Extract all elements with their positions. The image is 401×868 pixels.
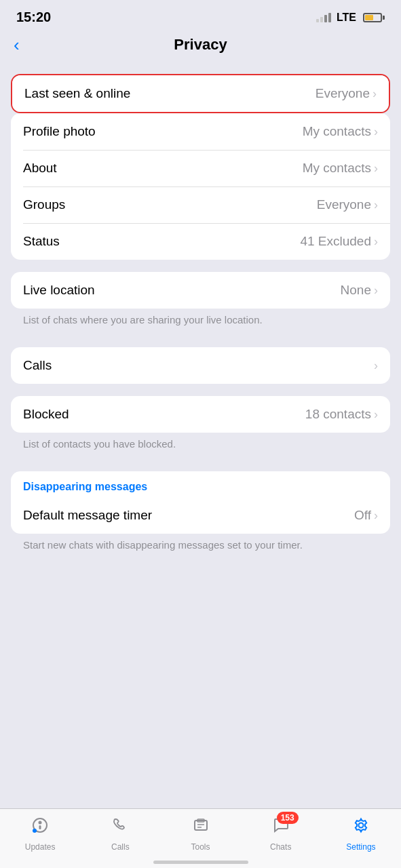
- profile-photo-row[interactable]: Profile photo My contacts ›: [11, 113, 390, 150]
- about-row[interactable]: About My contacts ›: [11, 150, 390, 186]
- tab-settings[interactable]: Settings: [321, 816, 401, 852]
- groups-value-text: Everyone: [317, 197, 371, 212]
- tab-calls-label: Calls: [111, 842, 130, 852]
- header: ‹ Privacy: [0, 31, 401, 64]
- blocked-row[interactable]: Blocked 18 contacts ›: [11, 396, 390, 433]
- blocked-value-text: 18 contacts: [305, 407, 371, 422]
- last-seen-row-inner[interactable]: Last seen & online Everyone ›: [12, 75, 389, 112]
- groups-value: Everyone ›: [317, 197, 378, 212]
- profile-photo-value-text: My contacts: [303, 124, 371, 139]
- about-value-text: My contacts: [303, 161, 371, 176]
- tab-chats[interactable]: 153 Chats: [241, 816, 321, 852]
- tab-bar: Updates Calls Tools 153 Ch: [0, 808, 401, 868]
- groups-label: Groups: [23, 197, 65, 212]
- settings-icon: [351, 816, 370, 840]
- tab-tools[interactable]: Tools: [160, 816, 240, 852]
- tab-settings-label: Settings: [346, 842, 375, 852]
- chevron-icon-2: ›: [374, 125, 378, 139]
- disappearing-description: Start new chats with disappearing messag…: [11, 534, 390, 560]
- default-timer-label: Default message timer: [23, 508, 152, 523]
- disappearing-header: Disappearing messages: [11, 471, 390, 497]
- blocked-description: List of contacts you have blocked.: [11, 433, 390, 459]
- chevron-icon: ›: [373, 87, 377, 101]
- tab-tools-label: Tools: [191, 842, 210, 852]
- groups-row[interactable]: Groups Everyone ›: [11, 186, 390, 223]
- tab-updates-label: Updates: [25, 842, 56, 852]
- disappearing-card: Disappearing messages Default message ti…: [11, 471, 390, 534]
- page-title: Privacy: [174, 36, 227, 54]
- home-indicator: [153, 861, 248, 864]
- status-label: Status: [23, 234, 60, 249]
- blocked-value: 18 contacts ›: [305, 407, 378, 422]
- profile-photo-label: Profile photo: [23, 124, 96, 139]
- status-icons: LTE: [316, 12, 385, 24]
- chevron-icon-4: ›: [374, 198, 378, 212]
- svg-rect-2: [39, 825, 41, 829]
- status-bar: 15:20 LTE: [0, 0, 401, 31]
- about-label: About: [23, 161, 57, 176]
- chevron-icon-8: ›: [374, 408, 378, 422]
- live-location-card: Live location None ›: [11, 272, 390, 309]
- last-seen-row[interactable]: Last seen & online Everyone ›: [11, 74, 390, 113]
- calls-tab-icon: [111, 816, 130, 840]
- profile-photo-value: My contacts ›: [303, 124, 378, 139]
- status-time: 15:20: [16, 9, 51, 25]
- last-seen-value: Everyone ›: [316, 86, 377, 101]
- tools-icon: [191, 816, 210, 840]
- updates-icon: [31, 816, 50, 840]
- svg-point-3: [33, 829, 37, 833]
- chevron-icon-9: ›: [374, 509, 378, 523]
- svg-point-8: [358, 823, 363, 828]
- chevron-icon-7: ›: [374, 359, 378, 373]
- chevron-icon-3: ›: [374, 161, 378, 176]
- calls-chevron: ›: [374, 359, 378, 373]
- live-location-row[interactable]: Live location None ›: [11, 272, 390, 309]
- calls-label: Calls: [23, 358, 52, 373]
- chats-icon: 153: [271, 816, 290, 840]
- status-value: 41 Excluded ›: [300, 234, 378, 249]
- status-row[interactable]: Status 41 Excluded ›: [11, 223, 390, 260]
- who-can-see-section: Last seen & online Everyone › Profile ph…: [11, 74, 390, 260]
- about-value: My contacts ›: [303, 161, 378, 176]
- last-seen-label: Last seen & online: [24, 86, 130, 101]
- chevron-icon-5: ›: [374, 235, 378, 249]
- signal-icon: [316, 13, 331, 22]
- privacy-rows-card: Profile photo My contacts › About My con…: [11, 113, 390, 260]
- last-seen-value-text: Everyone: [316, 86, 370, 101]
- tab-chats-label: Chats: [270, 842, 291, 852]
- blocked-card: Blocked 18 contacts ›: [11, 396, 390, 433]
- status-value-text: 41 Excluded: [300, 234, 371, 249]
- lte-label: LTE: [337, 12, 356, 24]
- live-location-value: None ›: [341, 283, 378, 298]
- battery-icon: [363, 13, 385, 22]
- blocked-section-wrapper: Blocked 18 contacts › List of contacts y…: [11, 396, 390, 459]
- content-area: Last seen & online Everyone › Profile ph…: [0, 64, 401, 650]
- calls-section: Calls ›: [11, 347, 390, 384]
- calls-row[interactable]: Calls ›: [11, 347, 390, 384]
- tab-calls[interactable]: Calls: [80, 816, 160, 852]
- disappearing-section-wrapper: Disappearing messages Default message ti…: [11, 471, 390, 560]
- blocked-label: Blocked: [23, 407, 69, 422]
- svg-point-1: [39, 821, 42, 825]
- chevron-icon-6: ›: [374, 283, 378, 298]
- live-location-section: Live location None › List of chats where…: [11, 272, 390, 335]
- chats-badge: 153: [277, 812, 299, 824]
- live-location-label: Live location: [23, 283, 95, 298]
- default-timer-value-text: Off: [354, 508, 371, 523]
- back-button[interactable]: ‹: [14, 36, 20, 54]
- default-timer-value: Off ›: [354, 508, 378, 523]
- default-timer-row[interactable]: Default message timer Off ›: [11, 497, 390, 534]
- live-location-value-text: None: [341, 283, 371, 298]
- tab-updates[interactable]: Updates: [0, 816, 80, 852]
- live-location-description: List of chats where you are sharing your…: [11, 309, 390, 335]
